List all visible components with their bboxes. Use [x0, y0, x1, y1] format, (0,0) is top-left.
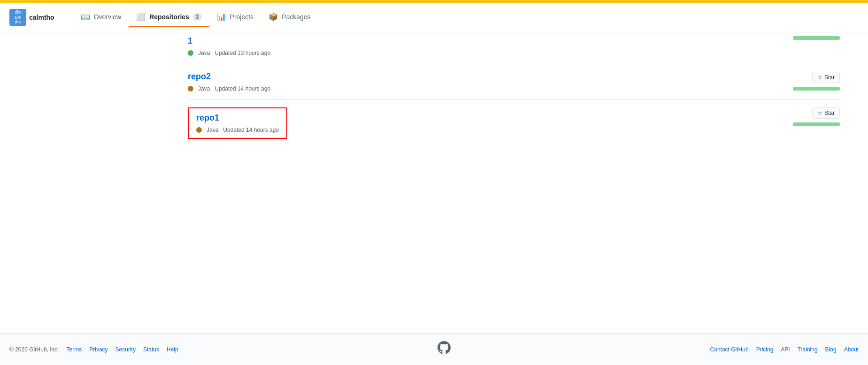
overview-icon: 📖: [81, 12, 90, 21]
partial-repo: 1 Java Updated 13 hours ago: [188, 32, 840, 64]
repo1-star-label: Star: [824, 110, 835, 116]
footer-link-security[interactable]: Security: [115, 346, 136, 353]
footer-link-api[interactable]: API: [781, 346, 790, 353]
github-logo-icon: [438, 341, 451, 357]
packages-icon: 📦: [269, 12, 278, 21]
partial-repo-left: 1 Java Updated 13 hours ago: [188, 36, 270, 56]
partial-lang-dot: [188, 50, 193, 56]
footer-link-help[interactable]: Help: [167, 346, 178, 353]
repo2-left: repo2 Java Updated 14 hours ago: [188, 72, 793, 92]
avatar: @c alm tho: [9, 9, 26, 26]
repo1-updated: Updated 14 hours ago: [223, 127, 279, 133]
main-content: 1 Java Updated 13 hours ago repo2 Java U…: [0, 32, 868, 146]
repo2-star-label: Star: [824, 74, 835, 81]
partial-updated: Updated 13 hours ago: [215, 50, 270, 56]
footer-left: © 2020 GitHub, Inc. Terms Privacy Securi…: [9, 346, 178, 353]
partial-green-bar: [793, 36, 840, 40]
tab-overview[interactable]: 📖 Overview: [73, 8, 129, 27]
repo1-green-bar: [793, 122, 840, 126]
repo1-star-button[interactable]: ☆ Star: [812, 107, 840, 119]
footer-link-contact[interactable]: Contact GitHub: [710, 346, 749, 353]
repo1-highlight-box: repo1 Java Updated 14 hours ago: [188, 107, 287, 139]
repo2-lang-dot: [188, 86, 193, 91]
repo2-updated: Updated 14 hours ago: [215, 85, 270, 92]
footer-link-blog[interactable]: Blog: [825, 346, 837, 353]
repo2-right: ☆ Star: [793, 72, 840, 91]
tab-overview-label: Overview: [94, 13, 121, 21]
footer-copyright: © 2020 GitHub, Inc.: [9, 346, 59, 353]
repo1-lang-dot: [196, 127, 202, 133]
header: @c alm tho calmtho 📖 Overview ⬜ Reposito…: [0, 3, 868, 32]
partial-repo-meta: Java Updated 13 hours ago: [188, 50, 270, 56]
nav-tabs: 📖 Overview ⬜ Repositories 3 📊 Projects 📦…: [73, 8, 318, 27]
partial-lang-label: Java: [198, 50, 210, 56]
tab-repositories[interactable]: ⬜ Repositories 3: [129, 8, 209, 27]
repo2-star-icon: ☆: [817, 74, 822, 81]
repo-item-repo2: repo2 Java Updated 14 hours ago ☆ Star: [188, 64, 840, 100]
repo1-right: ☆ Star: [793, 107, 840, 126]
repo1-name[interactable]: repo1: [196, 113, 219, 122]
tab-packages-label: Packages: [282, 13, 310, 21]
footer-link-status[interactable]: Status: [143, 346, 159, 353]
repo2-lang-label: Java: [198, 85, 210, 92]
partial-repo-right: [793, 36, 840, 40]
footer-link-pricing[interactable]: Pricing: [756, 346, 774, 353]
footer-link-about[interactable]: About: [844, 346, 859, 353]
repo1-left-wrapper: repo1 Java Updated 14 hours ago: [188, 107, 793, 139]
tab-packages[interactable]: 📦 Packages: [261, 8, 318, 27]
repo1-meta: Java Updated 14 hours ago: [196, 127, 279, 133]
repositories-icon: ⬜: [136, 12, 146, 21]
footer-link-privacy[interactable]: Privacy: [89, 346, 108, 353]
username[interactable]: calmtho: [29, 14, 54, 21]
repo2-star-button[interactable]: ☆ Star: [812, 72, 840, 83]
repo1-star-icon: ☆: [817, 110, 822, 116]
repositories-badge: 3: [193, 13, 202, 21]
footer-right-links: Contact GitHub Pricing API Training Blog…: [710, 346, 859, 353]
footer-link-training[interactable]: Training: [798, 346, 818, 353]
repo2-meta: Java Updated 14 hours ago: [188, 85, 793, 92]
repo2-green-bar: [793, 87, 840, 91]
tab-projects-label: Projects: [230, 13, 254, 21]
footer-right: Contact GitHub Pricing API Training Blog…: [710, 346, 859, 353]
repo-item-repo1: repo1 Java Updated 14 hours ago ☆ Star: [188, 100, 840, 146]
repo2-name[interactable]: repo2: [188, 72, 211, 81]
footer-links: Terms Privacy Security Status Help: [67, 346, 178, 353]
footer: © 2020 GitHub, Inc. Terms Privacy Securi…: [0, 333, 868, 365]
repo1-lang-label: Java: [207, 127, 218, 133]
tab-projects[interactable]: 📊 Projects: [209, 8, 261, 27]
footer-center: [438, 341, 451, 357]
tab-repositories-label: Repositories: [149, 13, 189, 21]
avatar-text: @c alm tho: [15, 10, 22, 25]
user-avatar-area: @c alm tho calmtho: [9, 9, 54, 26]
footer-link-terms[interactable]: Terms: [67, 346, 82, 353]
projects-icon: 📊: [217, 12, 226, 21]
repo-list: 1 Java Updated 13 hours ago repo2 Java U…: [9, 32, 859, 146]
partial-repo-name[interactable]: 1: [188, 36, 192, 46]
